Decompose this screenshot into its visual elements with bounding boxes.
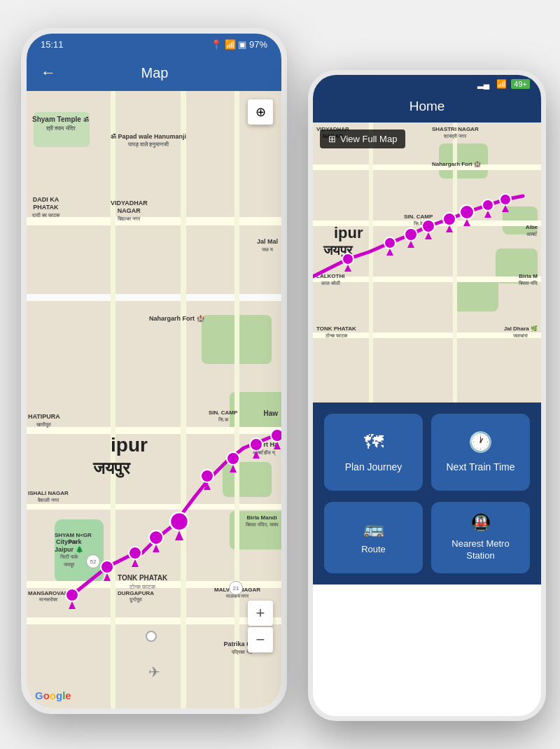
phone2-action-buttons: 🗺 Plan Journey 🕐 Next Train Time	[313, 402, 541, 502]
albert-hall-label: Albert Haअल्बर्ट हॉल म्	[250, 441, 278, 456]
phone1-time: 15:11	[41, 39, 64, 50]
view-full-map-button[interactable]: ⊞ View Full Map	[320, 130, 405, 148]
route-button[interactable]: 🚌 Route	[324, 502, 423, 573]
phone1: 15:11 📍 📶 ▣ 97% ← Map	[21, 28, 287, 714]
svg-marker-29	[425, 232, 432, 239]
road-v-3	[234, 91, 239, 708]
p2-sinc-label: SIN. CAMPसि.के	[404, 214, 433, 227]
svg-marker-25	[386, 248, 393, 255]
airport-icon: ✈	[148, 664, 160, 680]
durgapura-label: DURGAPURAदुर्गापुरा	[118, 590, 154, 603]
dadi-ka-phatak-label: DADI KAPHATAKदादी का फाटक	[32, 196, 59, 218]
p2-birla-label: Birla Mबिरला मंदि	[519, 273, 538, 286]
p2-shastri-label: SHASTRI NAGARशास्त्री नगर	[432, 126, 479, 139]
nearest-metro-button[interactable]: 🚇 Nearest Metro Station	[431, 502, 530, 573]
nahargarh-fort-label: Nahargarh Fort 🏰	[149, 315, 204, 323]
citypark-label: CityParkJaipur 🌲सिटी पार्कजयपुर	[55, 538, 83, 568]
phone1-title: Map	[67, 65, 242, 81]
phone2-title: Home	[410, 99, 445, 113]
phone2-wifi: 📶	[496, 79, 507, 89]
next-train-time-button[interactable]: 🕐 Next Train Time	[431, 414, 530, 491]
svg-point-34	[482, 200, 493, 211]
plan-journey-icon: 🗺	[364, 430, 384, 454]
shyam-temple-label: Shyam Temple ॐश्री श्याम मंदिर	[32, 115, 89, 132]
route-21: 21	[229, 581, 243, 595]
p2-albert-label: Albeअल्बर्ट	[526, 224, 538, 237]
road-v-1	[111, 91, 115, 708]
phone1-header: ← Map	[27, 55, 281, 91]
green-area-3	[223, 462, 272, 497]
svg-point-32	[460, 205, 474, 219]
nearest-metro-label: Nearest Metro Station	[440, 538, 522, 562]
road-h-1	[27, 217, 281, 225]
route-52: 52	[86, 554, 100, 568]
phone2-bottom-buttons: 🚌 Route 🚇 Nearest Metro Station	[313, 502, 541, 584]
phone1-map[interactable]: Shyam Temple ॐश्री श्याम मंदिर ॐ Papad w…	[27, 91, 281, 708]
plan-journey-button[interactable]: 🗺 Plan Journey	[324, 414, 423, 491]
road-h-4	[27, 504, 281, 510]
svg-point-4	[129, 547, 141, 559]
zoom-out-button[interactable]: −	[248, 627, 273, 652]
hatipura-label: HATIPURAखातीपुरा	[28, 413, 60, 428]
route-label: Route	[361, 544, 386, 556]
next-train-label: Next Train Time	[446, 461, 514, 473]
phone2-header: Home	[313, 93, 541, 122]
road-h-3	[27, 427, 281, 434]
svg-marker-1	[69, 601, 76, 609]
phone2-signal: ▂▄	[477, 79, 490, 89]
p2-tonk-phatak-label: TONK PHATAKटोन्क फाटक	[316, 326, 356, 339]
map-background: Shyam Temple ॐश्री श्याम मंदिर ॐ Papad w…	[27, 91, 281, 708]
svg-marker-3	[104, 573, 111, 581]
svg-marker-7	[153, 545, 160, 552]
p2-nahargarh-label: Nahargarh Fort 🏰	[432, 161, 481, 168]
p2-jal-dhara-label: Jal Dhara 🌿जलधारा	[504, 326, 538, 339]
compass-button[interactable]: ⊕	[248, 99, 273, 125]
nearest-metro-icon: 🚇	[470, 513, 491, 533]
phone2-map[interactable]: VIDYADHARNAGAR SHASTRI NAGARशास्त्री नगर…	[313, 122, 541, 402]
vaishali-nagar-label: ISHALI NAGARवैशाली नगर	[28, 490, 69, 503]
svg-marker-31	[446, 225, 453, 232]
phone2-status-bar: ▂▄ 📶 49+	[313, 75, 541, 93]
road-v-2	[181, 91, 186, 708]
svg-point-36	[500, 194, 511, 205]
plan-journey-label: Plan Journey	[345, 461, 402, 473]
view-full-map-icon: ⊞	[328, 134, 336, 144]
svg-marker-23	[344, 265, 351, 272]
city-label-hi: जयपुर	[93, 458, 130, 478]
svg-marker-35	[484, 211, 491, 218]
google-logo: Google	[35, 690, 71, 701]
road-h-6	[27, 617, 281, 624]
svg-marker-27	[407, 241, 414, 248]
birla-mandir-label: Birla Mandiबिरला मंदिर, जयप	[246, 514, 278, 528]
vidyadhar-nagar-label: VIDYADHARNAGARविद्याधर नगर	[111, 200, 148, 222]
svg-marker-5	[132, 559, 139, 567]
zoom-in-button[interactable]: +	[248, 601, 273, 626]
jal-mahal-label: Jal Malजल म	[257, 238, 278, 253]
hawa-label: Haw	[263, 410, 278, 418]
tonk-phatak-label: TONK PHATAKटोन्क फाटक	[118, 574, 167, 591]
route-icon: 🚌	[363, 519, 384, 538]
phone1-status-bar: 15:11 📍 📶 ▣ 97%	[27, 34, 281, 55]
p2-city-hi: जयपुर	[323, 243, 352, 258]
svg-point-10	[201, 470, 214, 482]
mansarovar-label: MANSAROVARमानसरोवर	[28, 590, 69, 603]
back-button[interactable]: ←	[41, 64, 56, 82]
zoom-controls: + −	[248, 601, 273, 652]
road-h-2	[27, 294, 281, 301]
phone2: ▂▄ 📶 49+ Home VI	[308, 70, 546, 721]
p2-lalkothi-label: LALKOTHIलाल कोठी	[316, 273, 344, 286]
p2-road-h3	[313, 276, 541, 282]
scene: 15:11 📍 📶 ▣ 97% ← Map	[0, 0, 560, 749]
phone2-map-background: VIDYADHARNAGAR SHASTRI NAGARशास्त्री नगर…	[313, 122, 541, 402]
p2-city-en: ipur	[334, 224, 363, 242]
svg-point-26	[405, 228, 417, 241]
svg-point-24	[384, 237, 396, 248]
p2-road-v1	[369, 122, 373, 402]
sinc-camp-label: SIN. CAMPसि.क	[209, 410, 237, 423]
p2-road-h1	[313, 164, 541, 170]
phone2-battery: 49+	[511, 79, 530, 89]
city-label-en: ipur	[111, 434, 148, 456]
svg-marker-11	[204, 482, 211, 490]
papad-hanumanji-label: ॐ Papad wale Hanumanjiपापड़ वाले हनुमानज…	[111, 133, 186, 148]
view-full-map-label: View Full Map	[340, 134, 397, 144]
